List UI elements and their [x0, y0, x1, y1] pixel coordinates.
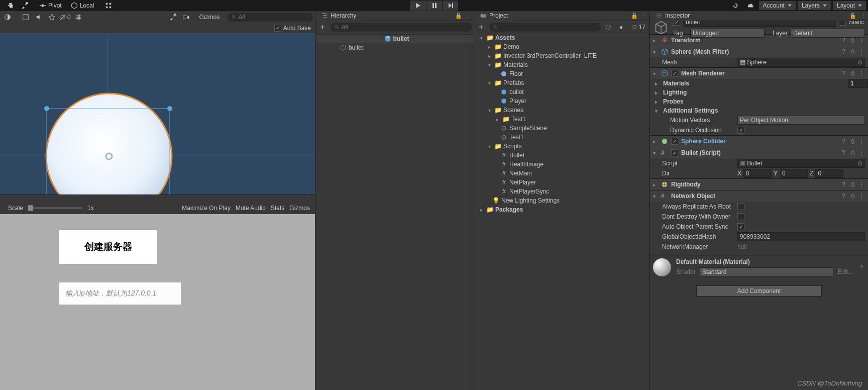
- dontdestroy-checkbox[interactable]: [737, 213, 744, 220]
- hierarchy-search-input[interactable]: [341, 24, 468, 31]
- local-toggle[interactable]: Local: [67, 1, 98, 10]
- hand-tool-icon[interactable]: [4, 1, 17, 10]
- proj-bullet[interactable]: bullet: [474, 87, 649, 96]
- dir-z[interactable]: 0: [815, 169, 843, 178]
- proj-scenes[interactable]: ▾📁Scenes: [474, 106, 649, 115]
- active-checkbox[interactable]: [673, 21, 680, 26]
- game-viewport[interactable]: 创建服务器 输入ip地址，默认为127.0.0.1: [0, 214, 315, 391]
- prefab-root[interactable]: bullet: [315, 34, 474, 43]
- dir-x[interactable]: 0: [743, 169, 772, 178]
- favorites-icon[interactable]: [603, 23, 614, 32]
- help-icon[interactable]: ?: [840, 37, 847, 44]
- material-section[interactable]: Default-Material (Material) Shader Stand…: [650, 255, 868, 279]
- scene-viewport[interactable]: [0, 33, 315, 194]
- autoparent-checkbox[interactable]: [737, 223, 744, 230]
- materials-subhdr[interactable]: ▸Materials1: [650, 79, 868, 88]
- proj-player[interactable]: Player: [474, 96, 649, 106]
- pause-button[interactable]: [426, 1, 442, 11]
- proj-packages[interactable]: ▸📁Packages: [474, 205, 649, 214]
- ip-input[interactable]: 输入ip地址，默认为127.0.0.1: [59, 282, 181, 305]
- proj-sc-netplayersync[interactable]: #NetPlayerSync: [474, 187, 649, 196]
- create-dropdown[interactable]: +: [317, 23, 329, 32]
- autosave-toggle[interactable]: Auto Save: [274, 25, 311, 32]
- lock-icon[interactable]: 🔓: [847, 13, 858, 19]
- layers-dropdown[interactable]: Layers: [798, 1, 831, 10]
- stats-toggle[interactable]: Stats: [271, 205, 284, 212]
- tools-icon[interactable]: [18, 1, 31, 10]
- bullet-enabled[interactable]: [671, 149, 678, 156]
- static-dropdown[interactable]: Static: [849, 21, 865, 26]
- snap-icon[interactable]: [102, 1, 115, 10]
- probes-subhdr[interactable]: ▸Probes: [650, 97, 868, 106]
- proj-invector[interactable]: ▸📁Invector-3rdPersonController_LITE: [474, 51, 649, 60]
- static-checkbox[interactable]: [839, 21, 846, 26]
- comp-netobj-header[interactable]: ▾ # Network Object ?⎙⋮: [650, 190, 868, 202]
- audio-icon[interactable]: [33, 13, 44, 22]
- play-button[interactable]: [410, 1, 426, 11]
- proj-test1f[interactable]: ▸📁Test1: [474, 115, 649, 124]
- edit-button[interactable]: Edit...: [837, 268, 853, 275]
- proj-test1[interactable]: Test1: [474, 133, 649, 142]
- renderer-enabled[interactable]: [671, 70, 678, 77]
- camera-icon[interactable]: [180, 13, 191, 22]
- layout-dropdown[interactable]: Layout: [833, 1, 866, 10]
- tree-item-bullet[interactable]: bullet: [315, 43, 474, 52]
- addl-subhdr[interactable]: ▾Additional Settings: [650, 106, 868, 115]
- panel-menu-icon[interactable]: ⋮: [858, 13, 868, 19]
- replroot-checkbox[interactable]: [737, 203, 744, 210]
- proj-sc-bullet[interactable]: #Bullet: [474, 151, 649, 160]
- help-icon[interactable]: ?: [858, 264, 865, 270]
- proj-scripts[interactable]: ▾📁Scripts: [474, 142, 649, 151]
- comp-bullet-header[interactable]: ▾ # Bullet (Script) ?⎙⋮: [650, 147, 868, 158]
- comp-transform-header[interactable]: ▸ Transform ?⎙⋮: [650, 35, 868, 46]
- lock-icon[interactable]: 🔓: [453, 13, 464, 19]
- game-gizmos-dd[interactable]: Gizmos: [289, 205, 312, 212]
- undo-history-icon[interactable]: [729, 1, 742, 10]
- proj-sc-health[interactable]: #HealthImage: [474, 160, 649, 169]
- panel-menu-icon[interactable]: ⋮: [464, 13, 474, 19]
- comp-meshfilter-header[interactable]: ▾ Sphere (Mesh Filter) ?⎙⋮: [650, 46, 868, 57]
- tools-icon-2[interactable]: [167, 13, 178, 22]
- preset-icon[interactable]: ⎙: [849, 37, 856, 44]
- shading-mode-icon[interactable]: [2, 13, 13, 22]
- gizmos-dropdown[interactable]: Gizmos: [195, 13, 226, 22]
- lighting-subhdr[interactable]: ▸Lighting: [650, 88, 868, 97]
- comp-rigidbody-header[interactable]: ▸ Rigidbody ?⎙⋮: [650, 179, 868, 190]
- filter-icon[interactable]: ●: [616, 23, 627, 32]
- dir-y[interactable]: 0: [780, 169, 808, 178]
- create-server-button[interactable]: 创建服务器: [59, 229, 157, 265]
- proj-prefabs[interactable]: ▾📁Prefabs: [474, 78, 649, 87]
- proj-sc-netmain[interactable]: #NetMain: [474, 169, 649, 178]
- lock-icon[interactable]: 🔓: [629, 13, 640, 19]
- grid-icon[interactable]: [73, 13, 84, 22]
- motion-vectors-dd[interactable]: Per Object Motion: [737, 116, 865, 125]
- cloud-icon[interactable]: [744, 1, 757, 10]
- panel-menu-icon[interactable]: ⋮: [640, 13, 649, 19]
- name-field[interactable]: bullet: [683, 21, 836, 27]
- proj-materials[interactable]: ▾📁Materials: [474, 60, 649, 69]
- panel-menu-icon[interactable]: ⋮: [302, 195, 312, 202]
- mute-toggle[interactable]: Mute Audio: [236, 205, 266, 212]
- dynamic-occlusion-checkbox[interactable]: [737, 127, 744, 134]
- 2d-toggle-icon[interactable]: [20, 13, 31, 22]
- tab-inspector[interactable]: Inspector: [650, 11, 696, 21]
- panel-menu-icon[interactable]: ⋮: [303, 14, 313, 21]
- scene-search-input[interactable]: [238, 14, 309, 21]
- tab-project[interactable]: Project: [474, 11, 514, 21]
- proj-sc-netplayer[interactable]: #NetPlayer: [474, 178, 649, 187]
- proj-lighting[interactable]: 💡New Lighting Settings: [474, 196, 649, 205]
- menu-icon[interactable]: ⋮: [858, 37, 865, 44]
- collider-enabled[interactable]: [671, 138, 678, 145]
- project-search-input[interactable]: [500, 24, 596, 31]
- pivot-toggle[interactable]: Pivot: [35, 1, 66, 10]
- proj-floor[interactable]: Floor: [474, 69, 649, 78]
- tab-hierarchy[interactable]: Hierarchy: [315, 11, 362, 21]
- step-button[interactable]: [442, 1, 458, 11]
- scale-slider[interactable]: [28, 207, 82, 209]
- mesh-field[interactable]: ▦ Sphere⊙: [737, 58, 865, 67]
- proj-assets[interactable]: ▾📁Assets: [474, 33, 649, 42]
- maximize-toggle[interactable]: Maximize On Play: [182, 205, 231, 212]
- shader-dd[interactable]: Standard: [700, 267, 833, 276]
- add-component-button[interactable]: Add Component: [696, 285, 822, 297]
- proj-samplescene[interactable]: SampleScene: [474, 124, 649, 133]
